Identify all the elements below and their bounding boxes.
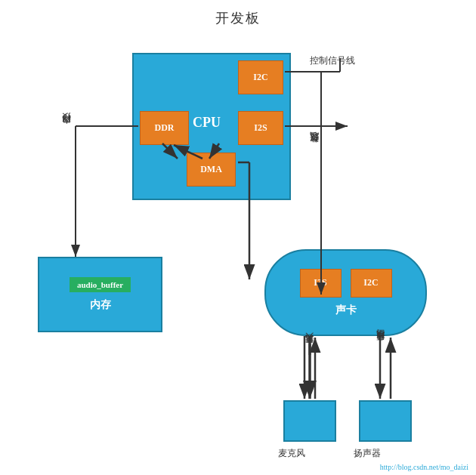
cpu-block: I2C I2S DDR DMA CPU: [132, 53, 291, 200]
mic-label: 麦克风: [278, 447, 305, 460]
sound-card-chips: I2S I2C: [300, 269, 392, 298]
mic-block: [283, 400, 336, 442]
i2c-sound-chip: I2C: [351, 269, 392, 298]
page-title: 开发板: [0, 0, 476, 27]
mic-arrow-label: 麦克风输入: [304, 347, 315, 351]
memory-block: audio_buffer 内存: [38, 257, 162, 332]
dma-chip: DMA: [187, 153, 236, 187]
watermark: http://blog.csdn.net/mo_daizi: [380, 463, 468, 471]
speaker-label: 扬声器: [354, 447, 381, 460]
diagram-area: I2C I2S DDR DMA CPU 控制信号线 数据总线 内存接口 audi…: [15, 30, 461, 460]
speaker-arrow-label: 音频路线输出: [375, 344, 386, 348]
data-bus-label: 数据总线: [308, 147, 321, 150]
sound-card-label: 声卡: [335, 304, 357, 317]
i2s-chip: I2S: [238, 111, 283, 145]
mem-iface-label: 内存接口: [60, 128, 73, 131]
sound-card-block: I2S I2C 声卡: [264, 249, 427, 336]
i2c-chip: I2C: [238, 60, 283, 94]
ctrl-signal-label: 控制信号线: [310, 54, 355, 67]
speaker-block: [359, 400, 412, 442]
i2s-sound-chip: I2S: [300, 269, 342, 298]
ddr-chip: DDR: [140, 111, 189, 145]
audio-buffer-chip: audio_buffer: [70, 277, 131, 292]
cpu-label: CPU: [193, 115, 221, 131]
memory-label: 内存: [90, 298, 111, 312]
